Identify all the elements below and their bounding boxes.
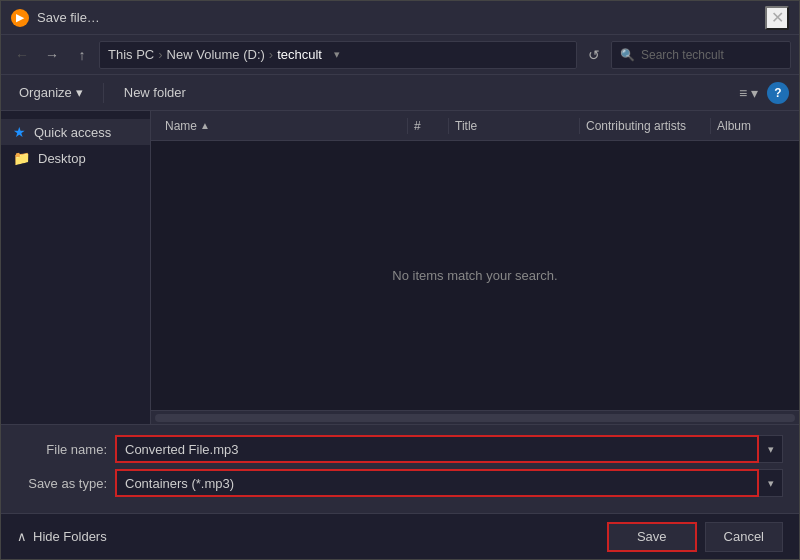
view-label: ≡ — [739, 85, 747, 101]
column-headers: Name ▲ # Title Contributing artists Albu… — [151, 111, 799, 141]
up-button[interactable]: ↑ — [69, 42, 95, 68]
save-as-input-wrapper: ▾ — [115, 469, 783, 497]
search-icon: 🔍 — [620, 48, 635, 62]
view-button[interactable]: ≡ ▾ — [734, 82, 763, 104]
file-list-content: No items match your search. — [151, 141, 799, 410]
organize-label: Organize — [19, 85, 72, 100]
horizontal-scrollbar[interactable] — [151, 410, 799, 424]
dialog-title: Save file… — [37, 10, 100, 25]
toolbar-right: ≡ ▾ ? — [734, 82, 789, 104]
vlc-icon: ▶ — [11, 9, 29, 27]
file-name-row: File name: ▾ — [17, 435, 783, 463]
forward-button[interactable]: → — [39, 42, 65, 68]
bottom-form: File name: ▾ Save as type: ▾ — [1, 424, 799, 513]
view-arrow-icon: ▾ — [751, 85, 758, 101]
star-icon: ★ — [13, 124, 26, 140]
empty-message: No items match your search. — [392, 268, 557, 283]
sidebar-item-label: Desktop — [38, 151, 86, 166]
file-name-input[interactable] — [115, 435, 759, 463]
col-header-name[interactable]: Name ▲ — [159, 111, 407, 140]
save-as-label: Save as type: — [17, 476, 107, 491]
save-as-type-row: Save as type: ▾ — [17, 469, 783, 497]
sort-arrow-icon: ▲ — [200, 120, 210, 131]
sidebar-item-quick-access[interactable]: ★ Quick access — [1, 119, 150, 145]
hide-folders-label: Hide Folders — [33, 529, 107, 544]
toolbar-divider — [103, 83, 104, 103]
close-button[interactable]: ✕ — [765, 6, 789, 30]
sidebar: ★ Quick access 📁 Desktop — [1, 111, 151, 424]
nav-bar: ← → ↑ This PC › New Volume (D:) › techcu… — [1, 35, 799, 75]
footer: ∧ Hide Folders Save Cancel — [1, 513, 799, 559]
new-folder-button[interactable]: New folder — [116, 82, 194, 103]
sidebar-item-desktop[interactable]: 📁 Desktop — [1, 145, 150, 171]
save-as-type-dropdown-button[interactable]: ▾ — [759, 469, 783, 497]
help-button[interactable]: ? — [767, 82, 789, 104]
save-file-dialog: ▶ Save file… ✕ ← → ↑ This PC › New Volum… — [0, 0, 800, 560]
file-name-label: File name: — [17, 442, 107, 457]
col-header-album[interactable]: Album — [711, 111, 791, 140]
sidebar-item-label: Quick access — [34, 125, 111, 140]
breadcrumb-this-pc[interactable]: This PC — [108, 47, 154, 62]
breadcrumb: This PC › New Volume (D:) › techcult ▾ — [99, 41, 577, 69]
folder-icon: 📁 — [13, 150, 30, 166]
breadcrumb-techcult[interactable]: techcult — [277, 47, 322, 62]
scrollbar-track — [155, 414, 795, 422]
hide-folders-button[interactable]: ∧ Hide Folders — [17, 529, 107, 544]
title-bar: ▶ Save file… ✕ — [1, 1, 799, 35]
breadcrumb-dropdown-icon: ▾ — [334, 48, 340, 61]
organize-arrow-icon: ▾ — [76, 85, 83, 100]
col-header-title[interactable]: Title — [449, 111, 579, 140]
file-name-input-wrapper: ▾ — [115, 435, 783, 463]
back-button[interactable]: ← — [9, 42, 35, 68]
main-content: ★ Quick access 📁 Desktop Name ▲ # — [1, 111, 799, 424]
search-input[interactable] — [641, 48, 782, 62]
col-header-num[interactable]: # — [408, 111, 448, 140]
file-list-area: Name ▲ # Title Contributing artists Albu… — [151, 111, 799, 424]
breadcrumb-new-volume[interactable]: New Volume (D:) — [167, 47, 265, 62]
footer-buttons: Save Cancel — [607, 522, 783, 552]
toolbar: Organize ▾ New folder ≡ ▾ ? — [1, 75, 799, 111]
refresh-button[interactable]: ↺ — [581, 42, 607, 68]
search-bar: 🔍 — [611, 41, 791, 69]
col-header-contributing-artists[interactable]: Contributing artists — [580, 111, 710, 140]
organize-button[interactable]: Organize ▾ — [11, 82, 91, 103]
hide-folders-icon: ∧ — [17, 529, 27, 544]
file-name-dropdown-button[interactable]: ▾ — [759, 435, 783, 463]
save-as-type-input[interactable] — [115, 469, 759, 497]
cancel-button[interactable]: Cancel — [705, 522, 783, 552]
save-button[interactable]: Save — [607, 522, 697, 552]
